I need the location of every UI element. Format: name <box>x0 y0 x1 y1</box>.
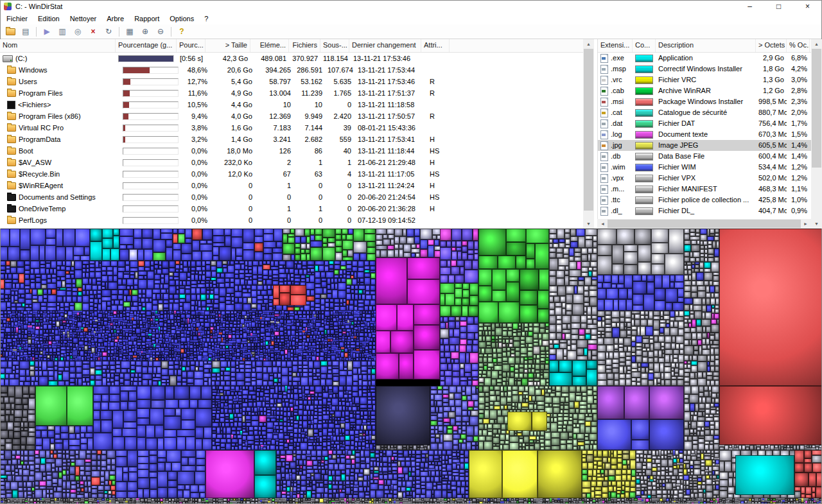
menu-rapport[interactable]: Rapport <box>129 14 164 23</box>
tree-column-taille[interactable]: > Taille <box>206 39 250 52</box>
file-type-icon-accent <box>602 101 606 103</box>
ext-scroll-right-button[interactable]: ► <box>800 219 811 229</box>
ext-horizontal-scrollbar[interactable]: ◄ ► <box>597 219 811 229</box>
copy-icon[interactable]: ▥ <box>55 26 69 38</box>
close-button[interactable]: × <box>793 0 822 13</box>
ext-hscrollbar-thumb[interactable] <box>608 220 801 228</box>
menu-arbre[interactable]: Arbre <box>101 14 129 23</box>
extension-row[interactable]: .catCatalogue de sécurité880,7 Mo2,0% <box>598 107 812 118</box>
tree-row[interactable]: Documents and Settings0,0%000020-06-20 2… <box>0 191 583 203</box>
ext-cell-description: Package Windows Installer <box>656 96 756 107</box>
menu-edition[interactable]: Edition <box>33 14 65 23</box>
file-type-icon <box>600 141 608 150</box>
tree-cell-files: 9.949 <box>293 110 325 122</box>
zoom-out-icon[interactable]: ⊖ <box>153 26 168 38</box>
tree-row-name: Boot <box>4 145 120 157</box>
tree-row[interactable]: Boot0,0%18,0 Mo126864013-11-21 11:18:44H… <box>0 145 583 157</box>
color-swatch <box>635 87 653 95</box>
ext-vertical-scrollbar[interactable]: ▲ ▼ <box>811 39 822 229</box>
open-folder-icon[interactable] <box>3 26 17 38</box>
extension-row[interactable]: .jpgImage JPEG605,5 Mo1,4% <box>598 140 812 151</box>
tree-row[interactable]: $AV_ASW0,0%232,0 Ko21121-06-21 21:29:48H <box>0 157 583 168</box>
ext-column-co[interactable]: Co... <box>633 39 656 52</box>
tree-row[interactable]: PerfLogs0,0%000007-12-19 09:14:52 <box>0 214 583 226</box>
ext-column-oc[interactable]: % Oc... <box>787 39 810 52</box>
zoom-icon[interactable]: ◎ <box>71 26 85 38</box>
tree-row[interactable]: OneDriveTemp0,0%011020-06-20 21:36:28H <box>0 203 583 214</box>
tree-cell-changed: 13-11-21 17:53:46 <box>349 53 421 64</box>
extension-row[interactable]: .m...Fichier MANIFEST468,3 Mo1,1% <box>598 184 812 195</box>
extension-row[interactable]: .cabArchive WinRAR1,2 Go2,8% <box>598 85 812 96</box>
tree-column-sous[interactable]: Sous-... <box>320 39 349 52</box>
ext-column-extensi[interactable]: Extensi... <box>598 39 633 52</box>
tree-row[interactable]: Users12,7%5,4 Go58.79753.1625.63513-11-2… <box>0 76 583 87</box>
zoom-in-icon[interactable]: ⊕ <box>138 26 152 38</box>
play-icon[interactable]: ▶ <box>40 26 54 38</box>
extension-row[interactable]: .logDocument texte670,3 Mo1,5% <box>598 129 812 140</box>
tree-cell-attributes: HS <box>426 168 454 180</box>
extension-row[interactable]: .msiPackage Windows Installer998,5 Mo2,3… <box>598 96 812 107</box>
menu-fichier[interactable]: Fichier <box>1 14 33 23</box>
ext-column-octets[interactable]: > Octets <box>756 39 787 52</box>
tree-row[interactable]: $Recycle.Bin0,0%12,0 Ko6763413-11-21 11:… <box>0 168 583 180</box>
extension-row[interactable]: .wimFichier WIM534,4 Mo1,2% <box>598 162 812 173</box>
tree-row[interactable]: Program Files11,6%4,9 Go13.00411.2391.76… <box>0 87 583 99</box>
extension-label: .ttc <box>611 195 620 205</box>
tree-cell-files: 1 <box>293 203 325 214</box>
tree-column-dernier-changement[interactable]: Dernier changement <box>349 39 421 52</box>
ext-scroll-down-button[interactable]: ▼ <box>811 219 822 229</box>
extension-row[interactable]: .ttcFichier police de collection ...425,… <box>598 195 812 205</box>
ext-cell-description: Fichier DL_ <box>656 205 756 216</box>
extension-row[interactable]: .mspCorrectif Windows Installer1,8 Go4,2… <box>598 64 812 74</box>
tree-column-pourcentage-g[interactable]: Pourcentage (g... <box>116 39 177 52</box>
tree-row[interactable]: ProgramData3,2%1,4 Go3.2412.68255913-11-… <box>0 134 583 145</box>
extension-name-cell: .vrc <box>598 74 633 85</box>
tree-row[interactable]: (C:)[0:56 s]42,3 Go489.081370.927118.154… <box>0 53 583 64</box>
percentage-bar-fill <box>123 79 130 85</box>
ext-scroll-up-button[interactable]: ▲ <box>811 39 822 49</box>
percentage-bar <box>123 136 179 143</box>
refresh-icon[interactable]: ↻ <box>101 26 116 38</box>
extension-row[interactable]: .vrcFichier VRC1,3 Go3,0% <box>598 74 812 85</box>
menu-options[interactable]: Options <box>164 14 199 23</box>
tree-vertical-scrollbar[interactable]: ▲ ▼ <box>583 39 594 229</box>
extension-label: .msp <box>611 64 626 74</box>
treemap-canvas[interactable] <box>0 229 822 504</box>
tree-scrollbar-thumb[interactable] <box>584 49 593 211</box>
ext-cell-bytes: 756,4 Mo <box>756 118 787 129</box>
help-icon[interactable]: ? <box>175 26 189 38</box>
folder-icon <box>7 67 16 74</box>
tree-row[interactable]: Virtual RC Pro3,8%1,6 Go7.1837.1443908-0… <box>0 122 583 134</box>
tree-row[interactable]: <Fichiers>10,5%4,4 Go1010013-11-21 11:18… <box>0 99 583 110</box>
menu-help[interactable]: ? <box>199 14 213 23</box>
color-swatch <box>635 142 653 150</box>
extension-row[interactable]: .vpxFichier VPX502,0 Mo1,2% <box>598 173 812 184</box>
ext-scrollbar-thumb[interactable] <box>812 49 821 168</box>
file-tree-icon[interactable]: ▤ <box>19 26 33 38</box>
ext-column-description[interactable]: Description <box>656 39 756 52</box>
tree-row[interactable]: Program Files (x86)9,4%4,0 Go12.3699.949… <box>0 110 583 122</box>
ext-scroll-left-button[interactable]: ◄ <box>597 219 608 229</box>
extension-label: .jpg <box>611 140 622 151</box>
extension-row[interactable]: .exeApplication2,9 Go6,8% <box>598 53 812 64</box>
maximize-button[interactable]: □ <box>764 0 793 13</box>
extension-row[interactable]: .datFichier DAT756,4 Mo1,7% <box>598 118 812 129</box>
tree-column-pourc[interactable]: Pourc... <box>177 39 206 52</box>
tree-cell-files: 10 <box>293 99 325 110</box>
delete-icon[interactable]: × <box>86 26 100 38</box>
tree-column-el-me[interactable]: Eléme... <box>250 39 289 52</box>
tree-row[interactable]: Windows48,6%20,6 Go394.265286.591107.674… <box>0 64 583 76</box>
report-icon[interactable]: ▦ <box>123 26 137 38</box>
menu-nettoyer[interactable]: Nettoyer <box>65 14 102 23</box>
tree-column-attri[interactable]: Attri... <box>421 39 450 52</box>
tree-scroll-down-button[interactable]: ▼ <box>583 219 594 229</box>
minimize-button[interactable]: – <box>735 0 764 13</box>
tree-column-nom[interactable]: Nom <box>0 39 116 52</box>
tree-cell-items: 7.183 <box>255 122 293 134</box>
tree-row[interactable]: $WinREAgent0,0%010013-11-21 11:24:24H <box>0 180 583 191</box>
tree-scroll-up-button[interactable]: ▲ <box>583 39 594 49</box>
file-type-icon <box>600 54 608 63</box>
tree-column-fichiers[interactable]: Fichiers <box>289 39 320 52</box>
extension-row[interactable]: .dl_Fichier DL_404,7 Mo0,9% <box>598 205 812 216</box>
extension-row[interactable]: .dbData Base File600,4 Mo1,4% <box>598 151 812 162</box>
